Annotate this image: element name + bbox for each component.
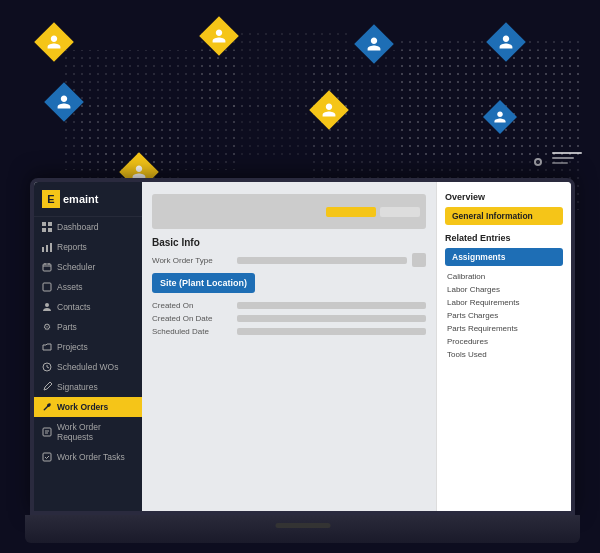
- created-on-date-value: [237, 315, 426, 322]
- related-procedures[interactable]: Procedures: [445, 335, 563, 348]
- deco-circle-1: [534, 158, 542, 166]
- form-panel: Basic Info Work Order Type Site (Plant L…: [142, 182, 436, 511]
- svg-rect-9: [48, 222, 52, 226]
- form-section-title: Basic Info: [152, 237, 426, 248]
- svg-line-23: [47, 367, 49, 368]
- bar-chart-icon: [42, 242, 52, 252]
- sidebar-item-parts[interactable]: ⚙ Parts: [34, 317, 142, 337]
- related-labor-charges[interactable]: Labor Charges: [445, 283, 563, 296]
- sidebar-item-work-orders[interactable]: Work Orders: [34, 397, 142, 417]
- calendar-icon: [42, 262, 52, 272]
- floating-user-icon-3: [360, 30, 388, 58]
- related-labor-requirements[interactable]: Labor Requirements: [445, 296, 563, 309]
- clock-icon: [42, 362, 52, 372]
- created-on-row: Created On: [152, 301, 426, 310]
- sidebar-item-projects[interactable]: Projects: [34, 337, 142, 357]
- floating-user-icon-4: [492, 28, 520, 56]
- work-order-type-row: Work Order Type: [152, 253, 426, 267]
- svg-rect-4: [400, 40, 580, 160]
- floating-user-icon-2: [205, 22, 233, 50]
- floating-user-icon-6: [315, 96, 343, 124]
- task-icon: [42, 452, 52, 462]
- floating-user-icon-1: [40, 28, 68, 56]
- sidebar-item-scheduled-wos[interactable]: Scheduled WOs: [34, 357, 142, 377]
- svg-rect-10: [42, 228, 46, 232]
- overview-general-information[interactable]: General Information: [445, 207, 563, 225]
- logo-box: E: [42, 190, 60, 208]
- laptop-screen-bezel: E emaint Dashboard Reports: [30, 178, 575, 515]
- scheduled-date-label: Scheduled Date: [152, 327, 232, 336]
- svg-rect-14: [50, 243, 52, 252]
- grid-icon: [42, 222, 52, 232]
- sidebar-logo: E emaint: [34, 182, 142, 217]
- app-ui: E emaint Dashboard Reports: [34, 182, 571, 511]
- created-on-date-label: Created On Date: [152, 314, 232, 323]
- sidebar: E emaint Dashboard Reports: [34, 182, 142, 511]
- scheduled-date-row: Scheduled Date: [152, 327, 426, 336]
- decorative-lines: [552, 152, 582, 164]
- related-parts-requirements[interactable]: Parts Requirements: [445, 322, 563, 335]
- sidebar-item-work-order-tasks[interactable]: Work Order Tasks: [34, 447, 142, 467]
- sidebar-item-contacts[interactable]: Contacts: [34, 297, 142, 317]
- related-entries-title: Related Entries: [445, 233, 563, 243]
- svg-rect-11: [48, 228, 52, 232]
- related-assignments-active[interactable]: Assignments: [445, 248, 563, 266]
- svg-rect-27: [43, 453, 51, 461]
- person-icon: [42, 302, 52, 312]
- edit-icon: [42, 382, 52, 392]
- svg-rect-8: [42, 222, 46, 226]
- sidebar-item-dashboard[interactable]: Dashboard: [34, 217, 142, 237]
- created-on-date-row: Created On Date: [152, 314, 426, 323]
- main-content: Basic Info Work Order Type Site (Plant L…: [142, 182, 571, 511]
- svg-rect-19: [43, 283, 51, 291]
- svg-rect-12: [42, 247, 44, 252]
- related-parts-charges[interactable]: Parts Charges: [445, 309, 563, 322]
- overview-title: Overview: [445, 192, 563, 202]
- site-field[interactable]: Site (Plant Location): [152, 273, 255, 293]
- work-order-type-field-placeholder: [237, 257, 407, 264]
- folder-icon: [42, 342, 52, 352]
- svg-rect-24: [43, 428, 51, 436]
- sidebar-item-signatures[interactable]: Signatures: [34, 377, 142, 397]
- work-order-type-label: Work Order Type: [152, 256, 232, 265]
- laptop: E emaint Dashboard Reports: [25, 178, 580, 543]
- sidebar-item-reports[interactable]: Reports: [34, 237, 142, 257]
- logo-text: emaint: [63, 193, 98, 205]
- sidebar-item-assets[interactable]: Assets: [34, 277, 142, 297]
- box-icon: [42, 282, 52, 292]
- related-calibration[interactable]: Calibration: [445, 270, 563, 283]
- header-image-placeholder: [152, 194, 426, 229]
- svg-rect-15: [43, 264, 51, 271]
- created-on-label: Created On: [152, 301, 232, 310]
- overview-panel: Overview General Information Related Ent…: [436, 182, 571, 511]
- wrench-icon: [42, 402, 52, 412]
- created-on-value: [237, 302, 426, 309]
- scheduled-date-value: [237, 328, 426, 335]
- laptop-base: [25, 515, 580, 543]
- svg-rect-13: [46, 245, 48, 252]
- sidebar-item-work-order-requests[interactable]: Work Order Requests: [34, 417, 142, 447]
- related-tools-used[interactable]: Tools Used: [445, 348, 563, 361]
- sidebar-item-scheduler[interactable]: Scheduler: [34, 257, 142, 277]
- svg-point-20: [45, 303, 49, 307]
- floating-user-icon-5: [50, 88, 78, 116]
- gear-icon: ⚙: [42, 322, 52, 332]
- request-icon: [42, 427, 52, 437]
- floating-user-icon-7: [488, 105, 512, 129]
